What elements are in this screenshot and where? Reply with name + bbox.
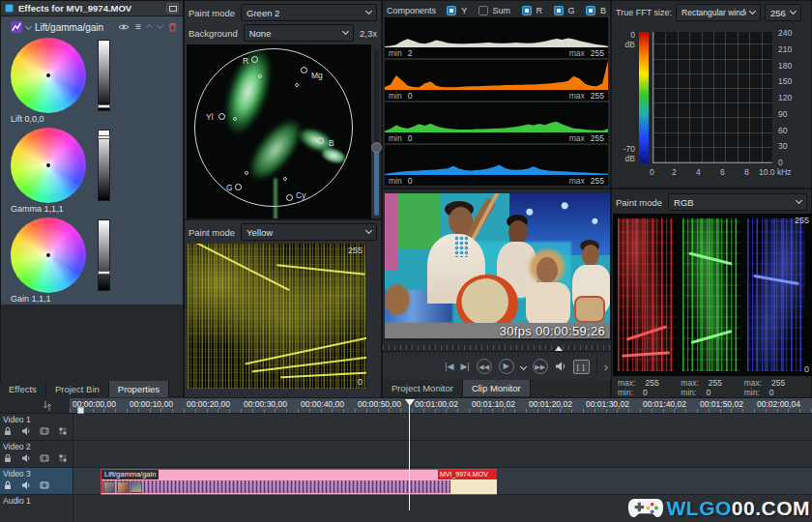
play-button[interactable]: ▶ [499,359,514,374]
wf-paint-mode-label: Paint mode [188,227,235,238]
collapse-effect-icon[interactable] [25,22,32,29]
gain-wheel-group: Gain 1,1,1 [11,218,183,305]
chevron-down-icon [365,227,372,234]
play-options-chevron-icon[interactable] [520,362,527,369]
clip-audio-waveform [102,480,450,493]
lock-icon[interactable] [3,426,13,436]
lock-icon[interactable] [3,453,13,463]
seek-position-marker[interactable] [555,346,563,351]
parade-blue-channel [747,218,805,371]
vectorscope-zoom-slider[interactable] [374,49,379,216]
fast-forward-button[interactable]: ▶▶ [533,359,548,374]
track-video-1: Video 1 [0,414,812,441]
float-panel-button[interactable] [166,3,179,14]
playhead-handle[interactable] [405,399,415,406]
lock-icon[interactable] [3,480,13,490]
clip-thumbnail [117,481,129,493]
gamma-color-wheel[interactable] [11,128,86,203]
timeline-ruler[interactable]: 00:00:00,00 00:00:10,00 00:00:20,00 00:0… [70,398,812,414]
fft-size-select[interactable]: 256 [765,4,801,21]
spectrum-y-axis: 240210180 15012090 60300 [778,28,792,167]
monitor-overlay-bar: 30fps 00:00:59;26 [385,323,610,338]
more-controls-button[interactable]: › [604,361,608,373]
tab-project-monitor[interactable]: Project Monitor [383,380,463,396]
checkbox-sum[interactable] [478,6,488,15]
checkbox-y[interactable] [447,6,456,15]
tab-project-bin[interactable]: Project Bin [46,381,109,397]
effect-enable-eye-icon[interactable] [118,23,130,31]
move-effect-up-icon[interactable] [146,24,153,31]
ruler-label: 00:00:40,00 [301,399,344,409]
mute-icon[interactable] [21,480,31,490]
checkbox-sum-label: Sum [493,6,511,15]
chevron-down-icon [790,8,797,14]
vs-marker-b-label: B [329,138,334,148]
lift-wheel-group: Lift 0,0,0 [11,38,183,126]
spectrum-x-tick: 10.0 kHz [759,167,792,177]
checkbox-g[interactable] [554,6,564,15]
effects-panel-titlebar[interactable]: Effects for MVI_9974.MOV [1,1,183,16]
watermark-text: WLGO00.COM [666,497,810,520]
vs-background-select[interactable]: None [244,24,354,42]
timeline-clip[interactable]: Lift/gamma/gain MVI_9974.MOV [101,469,497,495]
hide-video-icon[interactable] [40,453,49,463]
scene-face [508,220,528,244]
fft-window-select[interactable]: Rectangular window [676,4,761,21]
chevron-down-icon [796,197,802,204]
composite-icon[interactable] [58,426,68,436]
max-label: max [569,176,585,186]
track-header-audio-1[interactable]: Audio 1 [0,495,73,522]
move-effect-down-icon[interactable] [157,22,163,29]
volume-icon[interactable] [555,361,566,372]
monitor-video-frame[interactable] [385,193,610,323]
composite-icon[interactable] [58,453,68,463]
gain-color-wheel[interactable] [11,218,86,293]
track-header-video-1[interactable]: Video 1 [0,414,73,440]
track-lane-video-2[interactable] [73,441,812,467]
clip-thumbnail [103,481,115,493]
tab-clip-monitor[interactable]: Clip Monitor [463,380,531,396]
zone-start-button[interactable]: |◀ [445,362,453,371]
track-name: Video 2 [3,442,70,452]
left-dock-tabs: Effects Project Bin Properties [0,381,169,397]
track-lane-video-1[interactable] [73,414,812,440]
track-header-video-2[interactable]: Video 2 [0,441,73,467]
parade-display: 255 0 [613,214,812,376]
vs-marker-g [235,184,242,190]
effect-menu-icon[interactable]: ≡ [135,21,141,32]
wf-paint-mode-select[interactable]: Yellow [241,223,377,241]
lift-level-slider[interactable] [98,40,110,111]
mute-icon[interactable] [21,453,31,463]
track-config-icon[interactable] [43,400,52,412]
checkbox-r[interactable] [522,6,532,15]
monitor-seek-bar[interactable] [383,339,612,352]
timeline-zone-marker[interactable] [77,407,84,414]
vs-paint-mode-select[interactable]: Green 2 [241,4,377,21]
rewind-button[interactable]: ◀◀ [477,359,492,374]
checkbox-b[interactable] [586,6,595,15]
mute-icon[interactable] [21,426,31,436]
clip-fade-zone [450,479,497,494]
ruler-label: 00:01:00,02 [415,399,458,409]
loop-zone-button[interactable]: [ ] [573,360,590,374]
parade-paint-mode-select[interactable]: RGB [668,193,807,211]
zone-end-button[interactable]: ▶| [460,362,469,371]
gain-level-slider[interactable] [98,219,110,291]
audio-spectrum-panel: True FFT size: Rectangular window 256 0d… [611,0,812,188]
vs-marker-b [317,137,324,144]
checkbox-r-label: R [536,6,543,15]
db-bottom-label: -70dB [614,144,635,163]
clip-thumbnail [130,481,142,493]
tab-properties[interactable]: Properties [109,381,169,397]
delete-effect-icon[interactable] [168,22,177,32]
waveform-min-label: 0 [358,377,362,387]
waveform-trace [280,372,366,379]
vs-marker-dot [258,74,262,78]
hide-video-icon[interactable] [40,426,49,436]
tab-effects[interactable]: Effects [0,381,46,397]
track-header-video-3[interactable]: Video 3 [0,468,73,494]
hide-video-icon[interactable] [40,480,49,490]
playhead-line [409,399,410,510]
gamma-level-slider[interactable] [98,130,110,201]
lift-color-wheel[interactable] [11,38,86,113]
